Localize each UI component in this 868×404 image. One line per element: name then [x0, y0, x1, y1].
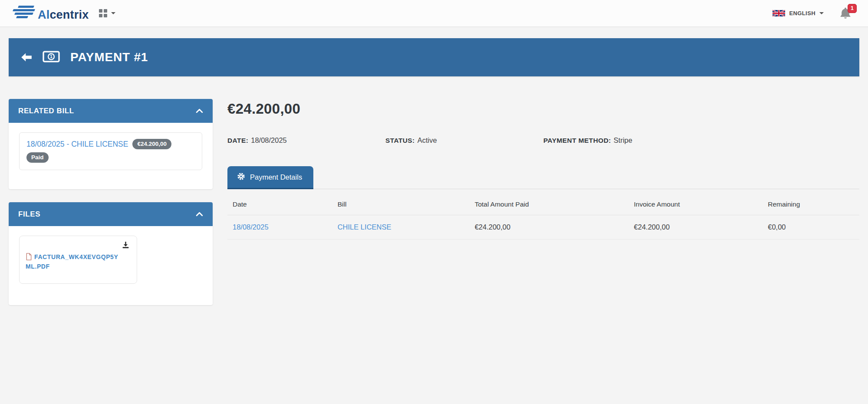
chevron-up-icon — [196, 107, 203, 115]
meta-status: STATUS:Active — [385, 136, 543, 145]
pdf-file-icon — [26, 253, 32, 262]
column-header-date: Date — [227, 193, 332, 215]
table-header-row: Date Bill Total Amount Paid Invoice Amou… — [227, 193, 859, 215]
logo[interactable]: Alcentrix — [13, 6, 89, 21]
file-name-text: FACTURA_WK4XEVGQP5YML.PDF — [26, 253, 118, 269]
row-invoice-amount: €24.200,00 — [629, 215, 763, 240]
related-bill-card: 18/08/2025 - CHILE LICENSE €24.200,00 Pa… — [19, 132, 202, 170]
main-content: €24.200,00 DATE:18/08/2025 STATUS:Active… — [227, 99, 859, 240]
payment-amount: €24.200,00 — [227, 101, 859, 117]
logo-bars-icon — [13, 6, 35, 21]
language-label: ENGLISH — [789, 10, 815, 16]
top-navbar: Alcentrix ENGLISH — [0, 0, 868, 27]
column-header-remaining: Remaining — [763, 193, 859, 215]
meta-date: DATE:18/08/2025 — [227, 136, 385, 145]
download-button[interactable] — [121, 240, 131, 251]
meta-payment-method-label: PAYMENT METHOD: — [543, 137, 611, 144]
file-link[interactable]: FACTURA_WK4XEVGQP5YML.PDF — [26, 253, 120, 270]
chevron-up-icon — [196, 210, 203, 219]
gear-icon — [237, 172, 245, 182]
tab-bar: Payment Details — [227, 166, 859, 189]
file-card: FACTURA_WK4XEVGQP5YML.PDF — [19, 236, 137, 283]
related-bill-panel-title: RELATED BILL — [18, 107, 74, 115]
column-header-total-amount-paid: Total Amount Paid — [470, 193, 629, 215]
table-row: 18/08/2025 CHILE LICENSE €24.200,00 €24.… — [227, 215, 859, 240]
svg-text:1: 1 — [50, 54, 53, 59]
grid-icon — [99, 9, 107, 17]
row-bill-link[interactable]: CHILE LICENSE — [338, 223, 391, 231]
row-total-paid: €24.200,00 — [470, 215, 629, 240]
page-title: PAYMENT #1 — [70, 50, 148, 64]
notification-badge: 1 — [848, 4, 857, 13]
left-sidebar: RELATED BILL 18/08/2025 - CHILE LICENSE … — [9, 99, 213, 318]
uk-flag-icon — [773, 10, 785, 17]
files-panel-header[interactable]: FILES — [9, 202, 213, 226]
meta-payment-method: PAYMENT METHOD:Stripe — [543, 136, 701, 145]
row-date-link[interactable]: 18/08/2025 — [233, 223, 269, 231]
column-header-invoice-amount: Invoice Amount — [629, 193, 763, 215]
payment-details-table: Date Bill Total Amount Paid Invoice Amou… — [227, 193, 859, 240]
back-button[interactable] — [21, 53, 32, 62]
related-bill-panel: RELATED BILL 18/08/2025 - CHILE LICENSE … — [9, 99, 213, 189]
meta-date-label: DATE: — [227, 137, 248, 144]
notifications-button[interactable]: 1 — [838, 6, 853, 21]
caret-down-icon — [111, 12, 115, 14]
files-panel: FILES — [9, 202, 213, 305]
column-header-bill: Bill — [332, 193, 470, 215]
language-selector[interactable]: ENGLISH — [773, 10, 824, 17]
money-bill-icon: 1 — [43, 51, 60, 64]
meta-date-value: 18/08/2025 — [251, 136, 287, 144]
apps-menu-button[interactable] — [97, 7, 117, 19]
files-panel-title: FILES — [18, 210, 40, 219]
bill-amount-badge: €24.200,00 — [132, 139, 171, 149]
meta-status-label: STATUS: — [385, 137, 415, 144]
page-header: 1 PAYMENT #1 — [9, 38, 859, 76]
logo-text: Alcentrix — [38, 9, 89, 21]
row-remaining: €0,00 — [763, 215, 859, 240]
download-icon — [122, 241, 130, 249]
payment-meta-row: DATE:18/08/2025 STATUS:Active PAYMENT ME… — [227, 136, 859, 145]
tab-payment-details[interactable]: Payment Details — [227, 166, 313, 189]
related-bill-panel-header[interactable]: RELATED BILL — [9, 99, 213, 123]
caret-down-icon — [819, 12, 824, 14]
tab-payment-details-label: Payment Details — [250, 173, 302, 181]
bill-status-badge: Paid — [26, 152, 49, 163]
arrow-left-icon — [21, 53, 32, 62]
meta-status-value: Active — [418, 136, 437, 144]
meta-payment-method-value: Stripe — [614, 136, 632, 144]
related-bill-link[interactable]: 18/08/2025 - CHILE LICENSE — [26, 140, 128, 149]
bell-icon — [838, 14, 852, 22]
